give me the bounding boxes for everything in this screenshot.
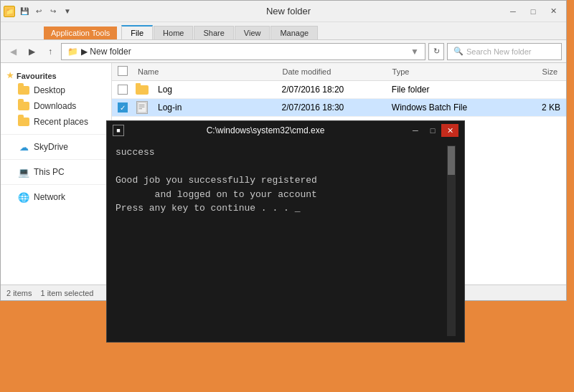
size-column-header[interactable]: Size (499, 66, 560, 77)
cmd-window: ■ C:\windows\system32\cmd.exe ─ □ ✕ succ… (106, 120, 465, 343)
address-breadcrumb: ▶ New folder (81, 47, 408, 57)
cmd-maximize-button[interactable]: □ (424, 124, 441, 137)
table-row[interactable]: ✓ Log-in (112, 99, 566, 117)
address-bar[interactable]: 📁 ▶ New folder ▼ (61, 43, 425, 60)
redo-btn[interactable]: ↪ (47, 5, 60, 18)
check-all-header (118, 66, 135, 77)
close-button[interactable]: ✕ (543, 4, 563, 19)
tab-view[interactable]: View (235, 26, 270, 39)
checkbox-2[interactable]: ✓ (118, 102, 128, 113)
explorer-title: New folder (74, 6, 503, 16)
quick-access-icons: 💾 ↩ ↪ ▼ (18, 5, 74, 18)
explorer-icon: 📁 (4, 6, 15, 17)
items-count: 2 items (6, 289, 32, 297)
downloads-icon (18, 100, 29, 112)
cmd-line-2: and logged on to your account (116, 188, 447, 202)
sidebar-item-skydrive[interactable]: ☁ SkyDrive (1, 139, 111, 155)
sidebar: ★ Favourites Desktop Downloads Recent p (1, 63, 112, 285)
quick-save-btn[interactable]: 💾 (18, 5, 31, 18)
undo-btn[interactable]: ↩ (32, 5, 45, 18)
cmd-line-1: Good job you successfully registered (116, 173, 447, 188)
star-icon: ★ (6, 71, 14, 80)
skydrive-icon: ☁ (18, 141, 29, 153)
nav-bar: ◀ ▶ ↑ 📁 ▶ New folder ▼ ↻ 🔍 Search New fo… (1, 40, 566, 63)
row-checkbox-2[interactable]: ✓ (118, 102, 135, 113)
file-size-2: 2 KB (502, 102, 560, 113)
cmd-scrollbar[interactable] (447, 145, 456, 336)
minimize-button[interactable]: ─ (503, 4, 523, 19)
sidebar-item-thispc[interactable]: 💻 This PC (1, 164, 111, 180)
cmd-title-bar: ■ C:\windows\system32\cmd.exe ─ □ ✕ (107, 121, 464, 140)
file-type-1: File folder (392, 85, 502, 95)
sidebar-item-recent[interactable]: Recent places (1, 114, 111, 130)
checkbox-1[interactable] (118, 85, 128, 95)
folder-icon-1 (135, 84, 149, 95)
tab-home[interactable]: Home (154, 26, 193, 39)
selected-count: 1 item selected (40, 289, 93, 297)
network-icon: 🌐 (18, 191, 29, 203)
refresh-button[interactable]: ↻ (428, 43, 444, 60)
row-checkbox-1[interactable] (118, 85, 135, 95)
file-name-1: Log (135, 84, 281, 95)
file-date-1: 2/07/2016 18:20 (281, 85, 391, 95)
quick-access-dropdown[interactable]: ▼ (61, 5, 74, 18)
address-dropdown[interactable]: ▼ (410, 47, 419, 57)
cmd-line-success: success (116, 145, 447, 160)
file-date-2: 2/07/2016 18:30 (281, 102, 391, 113)
title-bar-buttons: ─ □ ✕ (503, 4, 563, 19)
table-row[interactable]: Log 2/07/2016 18:20 File folder (112, 81, 566, 99)
tab-manage[interactable]: Manage (270, 26, 318, 39)
explorer-title-bar: 📁 💾 ↩ ↪ ▼ New folder ─ □ ✕ (1, 1, 566, 22)
back-button[interactable]: ◀ (5, 44, 21, 59)
batch-icon (136, 101, 148, 114)
svg-rect-0 (138, 102, 146, 113)
search-icon: 🔍 (453, 47, 464, 56)
maximize-button[interactable]: □ (523, 4, 543, 19)
cmd-text-area: success Good job you successfully regist… (116, 145, 447, 336)
sidebar-item-downloads[interactable]: Downloads (1, 98, 111, 114)
cmd-window-buttons: ─ □ ✕ (407, 124, 458, 137)
type-column-header[interactable]: Type (390, 66, 499, 77)
tab-share[interactable]: Share (194, 26, 233, 39)
recent-icon (18, 116, 29, 128)
app-tools-label: Application Tools (44, 27, 117, 39)
name-column-header[interactable]: Name (135, 66, 279, 77)
file-type-2: Windows Batch File (392, 102, 502, 113)
cmd-minimize-button[interactable]: ─ (407, 124, 424, 137)
date-column-header[interactable]: Date modified (279, 66, 389, 77)
cmd-line-blank (116, 160, 447, 174)
desktop-icon (18, 85, 29, 96)
cmd-icon: ■ (113, 125, 124, 136)
title-bar-left: 📁 💾 ↩ ↪ ▼ (4, 5, 74, 18)
sidebar-item-desktop[interactable]: Desktop (1, 82, 111, 98)
sidebar-divider-1 (1, 134, 111, 135)
up-button[interactable]: ↑ (42, 44, 58, 59)
address-icon: 📁 (67, 47, 78, 57)
sidebar-divider-2 (1, 159, 111, 160)
tab-file[interactable]: File (121, 25, 153, 39)
batch-file-icon (135, 102, 149, 113)
cmd-close-button[interactable]: ✕ (441, 124, 458, 137)
search-bar[interactable]: 🔍 Search New folder (447, 43, 562, 60)
sidebar-divider-3 (1, 184, 111, 185)
file-list-header: Name Date modified Type Size (112, 63, 566, 81)
cmd-title: C:\windows\system32\cmd.exe (124, 125, 407, 135)
thispc-icon: 💻 (18, 166, 29, 178)
ribbon-tabs: Application Tools File Home Share View M… (1, 22, 566, 39)
sidebar-item-network[interactable]: 🌐 Network (1, 189, 111, 205)
ribbon: Application Tools File Home Share View M… (1, 22, 566, 40)
file-name-2: Log-in (135, 102, 281, 113)
cmd-content: success Good job you successfully regist… (107, 140, 464, 342)
forward-button[interactable]: ▶ (24, 44, 39, 59)
search-placeholder: Search New folder (466, 47, 532, 56)
favourites-header: ★ Favourites (1, 69, 111, 82)
cmd-scrollbar-thumb[interactable] (448, 146, 455, 175)
cmd-line-3: Press any key to continue . . . _ (116, 201, 447, 216)
